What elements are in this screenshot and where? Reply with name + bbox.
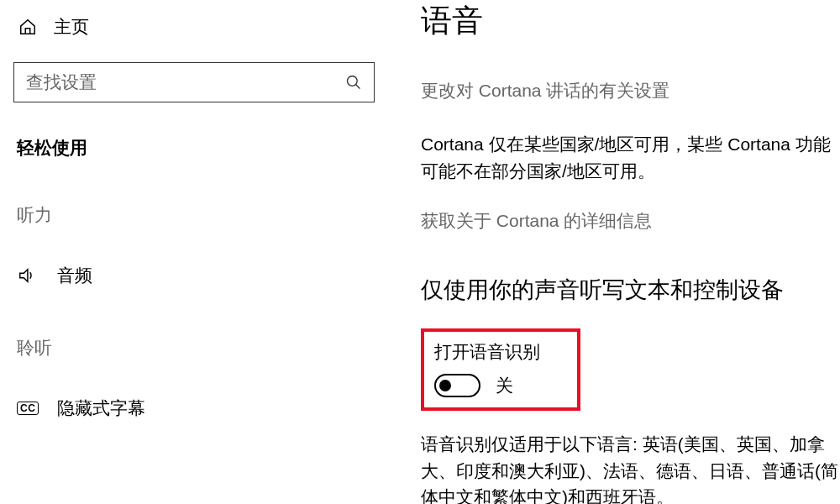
cortana-info-link[interactable]: 获取关于 Cortana 的详细信息	[421, 209, 840, 233]
settings-sidebar: 主页 轻松使用 听力 音频 聆听 CC 隐藏式字幕	[0, 0, 391, 504]
cortana-settings-heading: 更改对 Cortana 讲话的有关设置	[421, 79, 840, 102]
speech-recognition-toggle-label: 打开语音识别	[434, 340, 567, 364]
home-nav[interactable]: 主页	[13, 15, 377, 39]
voice-control-heading: 仅使用你的声音听写文本和控制设备	[421, 275, 840, 305]
search-input[interactable]	[26, 72, 345, 92]
cortana-availability-text: Cortana 仅在某些国家/地区可用，某些 Cortana 功能可能不在部分国…	[421, 131, 840, 184]
sidebar-group-hearing: 听力	[13, 203, 377, 227]
sidebar-group-listen: 聆听	[13, 336, 377, 360]
content-pane: 语音 更改对 Cortana 讲话的有关设置 Cortana 仅在某些国家/地区…	[391, 0, 840, 504]
toggle-knob	[439, 380, 451, 391]
sidebar-item-label: 音频	[57, 264, 92, 287]
sidebar-item-label: 隐藏式字幕	[57, 396, 145, 420]
speech-recognition-toggle[interactable]	[434, 374, 480, 397]
sidebar-section-label: 轻松使用	[13, 136, 377, 160]
home-icon	[18, 18, 37, 36]
captions-icon: CC	[17, 402, 39, 415]
highlight-annotation: 打开语音识别 关	[421, 328, 580, 411]
audio-icon	[17, 266, 39, 285]
home-label: 主页	[54, 15, 89, 39]
sidebar-item-audio[interactable]: 音频	[13, 259, 377, 292]
sidebar-item-captions[interactable]: CC 隐藏式字幕	[13, 391, 377, 425]
search-box[interactable]	[13, 62, 375, 102]
supported-languages-text: 语音识别仅适用于以下语言: 英语(美国、英国、加拿大、印度和澳大利亚)、法语、德…	[421, 431, 840, 504]
svg-line-1	[356, 85, 360, 89]
page-title: 语音	[421, 0, 840, 42]
search-icon	[345, 74, 362, 91]
svg-point-0	[348, 76, 358, 87]
toggle-state-text: 关	[496, 374, 513, 397]
